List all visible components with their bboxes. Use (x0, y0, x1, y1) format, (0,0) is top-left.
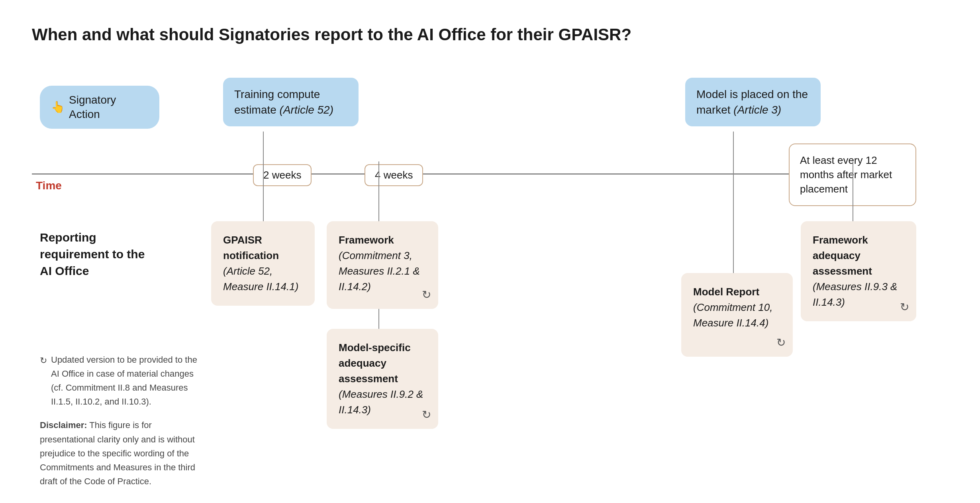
signatory-action-label: 👆 Signatory Action (40, 86, 159, 129)
footnotes-section: ↻ Updated version to be provided to the … (40, 353, 207, 489)
page-title: When and what should Signatories report … (32, 24, 948, 46)
refresh-icon-model-report: ↻ (776, 334, 786, 351)
training-compute-label: Training compute estimate (Article 52) (223, 78, 359, 126)
model-specific-box: Model-specific adequacy assessment (Meas… (327, 329, 438, 429)
week-2-badge: 2 weeks (253, 164, 312, 186)
tick-market (733, 161, 734, 185)
tick-training (263, 161, 264, 185)
refresh-footnote-icon: ↻ (40, 354, 47, 409)
refresh-icon-framework: ↻ (422, 287, 431, 303)
v-conn-framework (378, 185, 379, 221)
time-label: Time (36, 179, 62, 192)
reporting-requirement-label: Reporting requirement to the AI Office (40, 229, 151, 279)
timeline-line (32, 173, 908, 175)
framework-box: Framework (Commitment 3, Measures II.2.1… (327, 221, 438, 309)
v-conn-model-report (733, 185, 734, 273)
market-placed-label: Model is placed on the market (Article 3… (685, 78, 821, 126)
refresh-footnote: ↻ Updated version to be provided to the … (40, 353, 207, 409)
gpaisr-notification-box: GPAISR notification (Article 52, Measure… (211, 221, 315, 306)
model-report-box: Model Report (Commitment 10, Measure II.… (681, 273, 793, 357)
diagram-wrapper: 👆 Signatory Action Training compute esti… (32, 74, 948, 472)
week-4-badge: 4 weeks (365, 164, 423, 186)
disclaimer: Disclaimer: This figure is for presentat… (40, 418, 207, 488)
tick-4weeks (378, 161, 379, 185)
v-conn-framework-adequacy (853, 185, 853, 221)
framework-adequacy-box: Framework adequacy assessment (Measures … (801, 221, 916, 321)
refresh-icon-framework-adequacy: ↻ (900, 299, 909, 316)
refresh-icon-model-specific: ↻ (422, 407, 431, 423)
v-conn-gpaisr (263, 185, 264, 221)
v-conn-to-model-specific (378, 309, 379, 329)
signatory-icon: 👆 (51, 100, 65, 114)
tick-12months (853, 161, 853, 185)
page-container: When and what should Signatories report … (32, 24, 948, 472)
